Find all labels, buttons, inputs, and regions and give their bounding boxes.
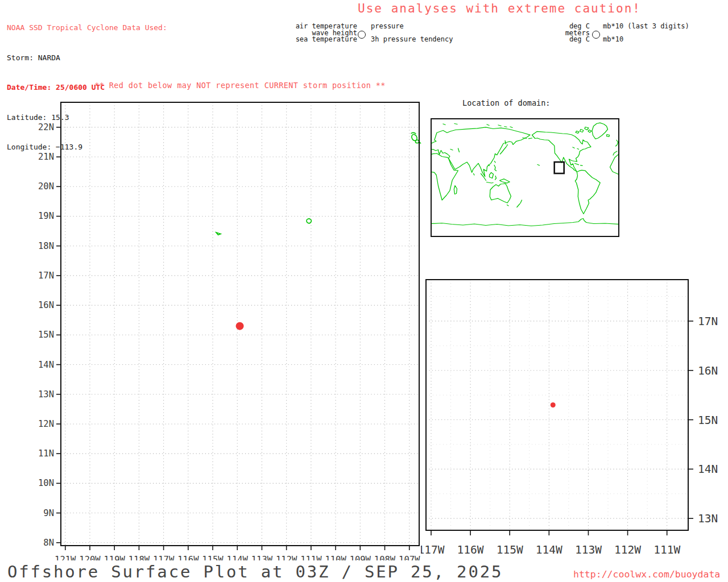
legend-pressure: pressure xyxy=(371,23,502,30)
x-tick-label: 121W xyxy=(55,555,76,560)
station-legend-left-labels: air temperature wave height sea temperat… xyxy=(287,23,357,43)
x-tick-label: 117W xyxy=(153,555,175,560)
y-tick-label: 12N xyxy=(38,419,54,429)
y-tick-label: 10N xyxy=(38,478,54,488)
x-tick-label: 120W xyxy=(79,555,101,560)
coastline-africa xyxy=(432,153,458,200)
x-tick-label: 114W xyxy=(227,555,249,560)
main-domain-plot: 121W120W119W118W117W116W115W114W113W112W… xyxy=(23,97,427,560)
storm-name-line: Storm: NARDA xyxy=(7,53,167,63)
axis-labels: 117W116W115W114W113W112W111W17N16N15N14N… xyxy=(421,315,718,556)
station-circle-icon xyxy=(592,31,600,39)
x-tick-label: 115W xyxy=(497,543,523,556)
minor-grid xyxy=(426,280,688,530)
domain-location-marker xyxy=(555,162,564,173)
y-tick-label: 16N xyxy=(698,364,718,377)
storm-position xyxy=(236,322,244,330)
coastline-australia xyxy=(490,184,511,203)
y-tick-label: 21N xyxy=(38,152,54,162)
y-tick-label: 16N xyxy=(38,300,54,310)
y-tick-label: 18N xyxy=(38,241,54,251)
station-legend-units-right: mb*10 (last 3 digits) mb*10 xyxy=(603,23,728,43)
world-map-inset xyxy=(431,118,619,237)
y-tick-label: 8N xyxy=(43,538,54,548)
storm-position xyxy=(551,402,556,408)
islands-asia-pacific xyxy=(454,141,522,207)
coastline-africa-west-edge xyxy=(610,140,619,174)
coastline-greenland xyxy=(592,123,608,139)
axis-ticks xyxy=(56,127,410,550)
legend-unit-degc-2: deg C xyxy=(543,36,590,43)
x-tick-label: 113W xyxy=(575,543,602,556)
x-tick-label: 115W xyxy=(202,555,224,560)
caution-headline: Use analyses with extreme caution! xyxy=(340,1,659,16)
world-map xyxy=(432,119,618,236)
x-tick-label: 119W xyxy=(104,555,126,560)
legend-pressure-tendency: 3h pressure tendency xyxy=(371,36,502,43)
plot-border xyxy=(426,280,688,530)
y-tick-label: 11N xyxy=(38,448,54,459)
inset-map-title: Location of domain: xyxy=(462,98,550,107)
islands-marias xyxy=(415,140,419,143)
x-tick-label: 113W xyxy=(251,555,273,560)
coastline-iceland xyxy=(607,135,610,137)
storm-zoom-plot: 117W116W115W114W113W112W111W17N16N15N14N… xyxy=(421,274,728,558)
axis-ticks xyxy=(431,321,693,535)
axis-labels: 121W120W119W118W117W116W115W114W113W112W… xyxy=(38,122,420,560)
x-tick-label: 108W xyxy=(374,555,396,560)
y-tick-label: 15N xyxy=(38,330,54,340)
plot-title: Offshore Surface Plot at 03Z / SEP 25, 2… xyxy=(7,562,503,581)
coastline-eurasia xyxy=(432,127,530,177)
y-tick-label: 9N xyxy=(43,508,54,518)
x-tick-label: 112W xyxy=(276,555,297,560)
x-tick-label: 111W xyxy=(300,555,322,560)
legend-unit-mb10: mb*10 xyxy=(603,36,728,43)
legend-sea-temperature: sea temperature xyxy=(287,36,357,43)
x-tick-label: 117W xyxy=(421,543,445,556)
data-source-line: NOAA SSD Tropical Cyclone Data Used: xyxy=(7,23,167,33)
y-tick-label: 14N xyxy=(698,463,718,476)
grid xyxy=(426,280,688,530)
station-legend-left-labels-right: pressure 3h pressure tendency xyxy=(371,23,502,43)
coastline-antarctica xyxy=(432,219,618,226)
map-islands xyxy=(216,132,421,235)
x-tick-label: 110W xyxy=(325,555,346,560)
y-tick-label: 15N xyxy=(698,414,718,427)
x-tick-label: 114W xyxy=(536,543,562,556)
y-tick-label: 13N xyxy=(698,512,718,525)
x-tick-label: 107W xyxy=(399,555,420,560)
y-tick-label: 22N xyxy=(38,122,54,132)
x-tick-label: 109W xyxy=(350,555,371,560)
y-tick-label: 19N xyxy=(38,211,54,221)
storm-position-warning: ** Red dot below may NOT represent CURRE… xyxy=(61,81,419,90)
source-url: http://coolwx.com/buoydata xyxy=(573,569,720,580)
x-tick-label: 111W xyxy=(653,543,680,556)
y-tick-label: 14N xyxy=(38,360,54,370)
station-circle-icon xyxy=(358,31,366,39)
island-socorro xyxy=(307,219,311,223)
x-tick-label: 112W xyxy=(614,543,641,556)
station-legend-units-left: deg C meters deg C xyxy=(543,23,590,43)
y-tick-label: 17N xyxy=(38,271,54,281)
y-tick-label: 13N xyxy=(38,389,54,400)
x-tick-label: 118W xyxy=(129,555,150,560)
y-tick-label: 20N xyxy=(38,181,54,192)
x-tick-label: 116W xyxy=(177,555,199,560)
x-tick-label: 116W xyxy=(457,543,484,556)
offshore-surface-plot-page: NOAA SSD Tropical Cyclone Data Used: Sto… xyxy=(0,0,728,582)
island-clarion xyxy=(216,232,221,235)
legend-unit-mb10-digits: mb*10 (last 3 digits) xyxy=(603,23,728,30)
coastline-south-america xyxy=(575,170,600,214)
y-tick-label: 17N xyxy=(698,315,718,328)
